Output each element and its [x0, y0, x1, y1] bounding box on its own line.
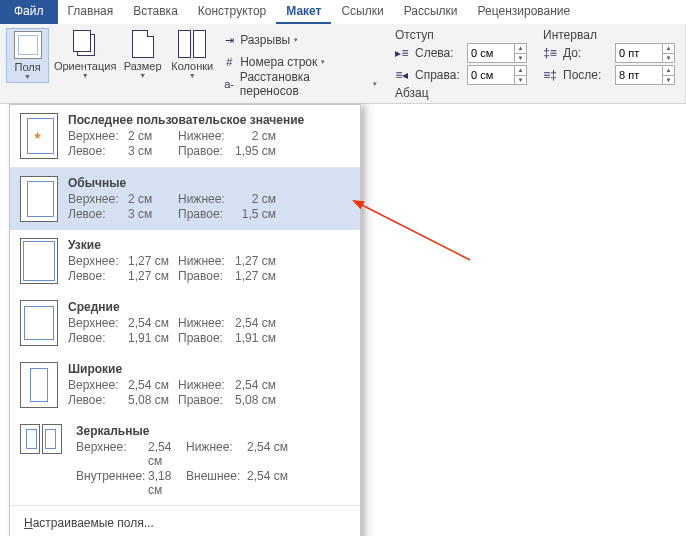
option-title: Последнее пользовательское значение — [68, 113, 350, 127]
breaks-button[interactable]: ⇥Разрывы ▾ — [220, 30, 379, 50]
tab-layout[interactable]: Макет — [276, 0, 331, 24]
margins-label: Поля — [14, 61, 40, 73]
tab-insert[interactable]: Вставка — [123, 0, 188, 24]
chevron-down-icon: ▼ — [24, 73, 31, 80]
margin-thumb-icon — [20, 238, 58, 284]
option-title: Узкие — [68, 238, 350, 252]
margin-option-last-custom[interactable]: ★ Последнее пользовательское значение Ве… — [10, 105, 360, 167]
tab-review[interactable]: Рецензирование — [468, 0, 581, 24]
margin-option-moderate[interactable]: Средние Верхнее:2,54 смНижнее:2,54 см Ле… — [10, 292, 360, 354]
spacing-heading: Интервал — [543, 28, 675, 42]
size-label: Размер — [124, 60, 162, 72]
breaks-icon: ⇥ — [222, 33, 236, 47]
margin-option-wide[interactable]: Широкие Верхнее:2,54 смНижнее:2,54 см Ле… — [10, 354, 360, 416]
margin-option-normal[interactable]: Обычные Верхнее:2 смНижнее:2 см Левое:3 … — [10, 168, 360, 230]
paragraph-group-label: Абзац — [395, 86, 675, 100]
indent-right-label: Справа: — [415, 68, 461, 82]
margin-option-mirrored[interactable]: Зеркальные Верхнее:2,54 смНижнее:2,54 см… — [10, 416, 360, 505]
spacing-after-label: После: — [563, 68, 609, 82]
chevron-down-icon: ▾ — [294, 36, 298, 44]
option-title: Средние — [68, 300, 350, 314]
margin-thumb-icon: ★ — [20, 113, 58, 159]
chevron-down-icon: ▾ — [373, 80, 377, 88]
spacing-before-icon: ‡≡ — [543, 46, 557, 60]
custom-margins-button[interactable]: Настраиваемые поля... — [10, 505, 360, 536]
star-icon: ★ — [33, 130, 42, 141]
size-icon — [132, 30, 154, 58]
spacing-after-icon: ≡‡ — [543, 68, 557, 82]
spacing-before-input[interactable]: ▲▼ — [615, 43, 675, 63]
tab-home[interactable]: Главная — [58, 0, 124, 24]
orientation-label: Ориентация — [54, 60, 116, 72]
margin-option-narrow[interactable]: Узкие Верхнее:1,27 смНижнее:1,27 см Лево… — [10, 230, 360, 292]
columns-icon — [178, 30, 206, 58]
spacing-after-input[interactable]: ▲▼ — [615, 65, 675, 85]
ribbon-tabs: Файл Главная Вставка Конструктор Макет С… — [0, 0, 686, 24]
page-shadow — [362, 104, 376, 536]
tab-design[interactable]: Конструктор — [188, 0, 276, 24]
chevron-down-icon: ▼ — [139, 72, 146, 79]
linenumbers-button[interactable]: #Номера строк ▾ — [220, 52, 379, 72]
hyphenation-icon: a- — [222, 77, 236, 91]
tab-file[interactable]: Файл — [0, 0, 58, 24]
margin-thumb-icon — [20, 176, 58, 222]
orientation-button[interactable]: Ориентация ▼ — [55, 28, 115, 81]
ribbon: Поля ▼ Ориентация ▼ Размер ▼ Колонки ▼ ⇥… — [0, 24, 686, 104]
margin-thumb-icon — [20, 300, 58, 346]
chevron-down-icon: ▼ — [189, 72, 196, 79]
chevron-down-icon: ▾ — [321, 58, 325, 66]
columns-button[interactable]: Колонки ▼ — [170, 28, 214, 81]
margin-thumb-icon — [20, 362, 58, 408]
indent-heading: Отступ — [395, 28, 527, 42]
indent-right-icon: ≡◂ — [395, 68, 409, 82]
margins-dropdown: ★ Последнее пользовательское значение Ве… — [9, 104, 361, 536]
margin-thumb-icon — [20, 424, 66, 497]
indent-right-input[interactable]: ▲▼ — [467, 65, 527, 85]
indent-left-label: Слева: — [415, 46, 461, 60]
option-title: Обычные — [68, 176, 350, 190]
linenumbers-icon: # — [222, 55, 236, 69]
option-title: Широкие — [68, 362, 350, 376]
columns-label: Колонки — [171, 60, 213, 72]
spacing-before-label: До: — [563, 46, 609, 60]
indent-left-icon: ▸≡ — [395, 46, 409, 60]
tab-mailings[interactable]: Рассылки — [394, 0, 468, 24]
orientation-icon — [71, 30, 99, 58]
option-title: Зеркальные — [76, 424, 350, 438]
size-button[interactable]: Размер ▼ — [121, 28, 164, 81]
indent-left-input[interactable]: ▲▼ — [467, 43, 527, 63]
tab-references[interactable]: Ссылки — [331, 0, 393, 24]
hyphenation-button[interactable]: a-Расстановка переносов ▾ — [220, 74, 379, 94]
margins-button[interactable]: Поля ▼ — [6, 28, 49, 83]
chevron-down-icon: ▼ — [82, 72, 89, 79]
margins-icon — [14, 31, 42, 59]
